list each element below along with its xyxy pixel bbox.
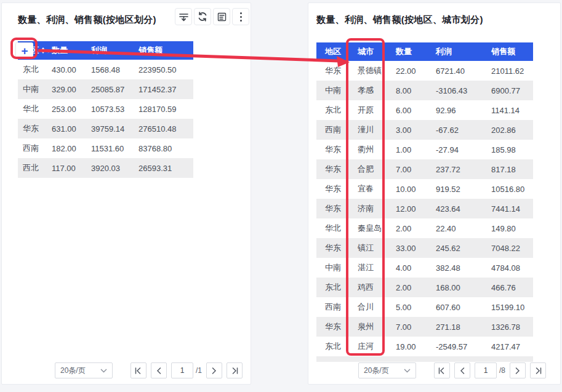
detail-view-button[interactable] — [213, 8, 230, 25]
table-row: 华东631.0039759.14276510.48 — [18, 119, 193, 138]
table-row: 华东济南12.00423.647441.14 — [316, 199, 533, 218]
add-column-button[interactable]: + — [16, 42, 33, 58]
sort-icon[interactable] — [41, 47, 45, 54]
table-row: 华东合肥7.00237.72817.18 — [316, 159, 533, 179]
table-row: 华北253.0010573.53128170.59 — [18, 99, 193, 119]
table-cell: 3.00 — [387, 120, 427, 140]
table-cell: 33.00 — [387, 238, 427, 258]
table-cell: 西南 — [316, 120, 349, 140]
table-cell: 39759.14 — [90, 119, 137, 138]
table-cell: 6.00 — [387, 100, 427, 120]
last-page-button[interactable] — [227, 362, 243, 378]
table-row: 东北鸡西2.00168.00466.76 — [316, 278, 533, 297]
table-cell: 潼川 — [349, 120, 387, 140]
table-cell: 22.00 — [387, 61, 427, 81]
table-cell: 6900.77 — [483, 81, 533, 100]
table-cell: 26593.31 — [137, 158, 193, 178]
region-table-body: 东北430.001568.48223950.50中南329.0025085.87… — [18, 60, 193, 178]
table-cell: 245.62 — [427, 238, 483, 258]
right-pagination: 20条/页 /8 — [358, 362, 546, 378]
table-cell: 泉州 — [349, 317, 387, 337]
table-row: 华东镇江33.00245.627048.22 — [316, 238, 533, 258]
table-cell: 合肥 — [349, 159, 387, 179]
table-row: 华东宜春10.00919.5210516.80 — [316, 179, 533, 199]
table-cell: 6721.40 — [427, 61, 483, 81]
table-cell: 10573.53 — [90, 99, 137, 119]
next-page-button[interactable] — [206, 362, 222, 378]
table-cell: 7441.14 — [483, 199, 533, 218]
table-cell: 276510.48 — [137, 119, 193, 138]
table-cell: 4784.08 — [483, 258, 533, 278]
refresh-icon — [198, 12, 207, 22]
table-cell: -2549.57 — [427, 337, 483, 356]
table-cell: 7048.22 — [483, 238, 533, 258]
col-header-sales[interactable]: 销售额 — [137, 41, 193, 60]
table-cell: 237.72 — [427, 159, 483, 179]
page-number-input[interactable] — [171, 362, 193, 378]
table-cell: -27.94 — [427, 140, 483, 159]
col-header-profit[interactable]: 利润 — [427, 42, 483, 61]
table-cell: 鸡西 — [349, 278, 387, 297]
col-header-quantity[interactable]: 数量 — [387, 42, 427, 61]
last-page-button[interactable] — [530, 362, 546, 378]
collapse-icon — [179, 12, 189, 22]
col-header-region[interactable]: 地区 — [316, 42, 349, 61]
page-total-label: /1 — [196, 366, 202, 375]
refresh-button[interactable] — [194, 8, 211, 25]
collapse-rows-button[interactable] — [175, 8, 192, 25]
first-page-button[interactable] — [130, 362, 147, 378]
table-cell: 12.00 — [387, 199, 427, 218]
page-size-value: 20条/页 — [60, 366, 86, 376]
col-header-sales[interactable]: 销售额 — [483, 42, 533, 61]
table-cell: 镇江 — [349, 238, 387, 258]
table-cell: 华东 — [316, 61, 349, 81]
table-row: 西北117.003920.0326593.31 — [18, 158, 193, 178]
table-cell: 117.00 — [50, 158, 90, 178]
page-number-input[interactable] — [475, 362, 497, 378]
table-cell: 西南 — [316, 297, 349, 317]
table-cell: -3106.43 — [427, 81, 483, 100]
next-page-button[interactable] — [510, 362, 526, 378]
table-row: 中南湛江4.00382.484784.08 — [316, 258, 533, 278]
more-options-button[interactable] — [232, 8, 249, 25]
table-cell: 168.00 — [427, 278, 483, 297]
prev-page-button[interactable] — [454, 362, 470, 378]
table-cell: 10516.80 — [483, 179, 533, 199]
left-widget-toolbar — [175, 8, 249, 25]
table-cell: 1326.78 — [483, 317, 533, 337]
table-cell: 149.80 — [483, 218, 533, 238]
table-cell: 景德镇 — [349, 61, 387, 81]
table-cell: 华北 — [18, 99, 50, 119]
table-cell: 253.00 — [50, 99, 90, 119]
table-row: 东北庄河19.00-2549.574217.47 — [316, 337, 533, 356]
kebab-icon — [240, 12, 242, 22]
col-header-quantity[interactable]: 数量 — [50, 41, 90, 60]
table-cell: 22.40 — [427, 218, 483, 238]
table-row: 西南潼川3.00-67.62202.86 — [316, 120, 533, 140]
table-row: 华北秦皇岛2.0022.40149.80 — [316, 218, 533, 238]
table-cell: 7.00 — [387, 317, 427, 337]
page-size-select[interactable]: 20条/页 — [55, 362, 113, 378]
pin-icon[interactable] — [47, 46, 50, 55]
first-page-button[interactable] — [434, 362, 450, 378]
table-cell: 东北 — [316, 278, 349, 297]
right-widget-title: 数量、利润、销售额(按地区、城市划分) — [316, 14, 483, 26]
table-cell: 11531.60 — [90, 138, 137, 158]
table-cell: -67.62 — [427, 120, 483, 140]
table-cell: 华东 — [316, 159, 349, 179]
table-cell: 2.00 — [387, 218, 427, 238]
table-cell: 10.00 — [387, 179, 427, 199]
table-cell: 中南 — [18, 79, 50, 99]
region-city-table-body: 华东景德镇22.006721.4021011.62中南孝感8.00-3106.4… — [316, 61, 533, 356]
col-header-city[interactable]: 城市 — [349, 42, 387, 61]
col-header-profit[interactable]: 利润 — [90, 41, 137, 60]
table-cell: 中南 — [316, 81, 349, 100]
table-cell: 423.64 — [427, 199, 483, 218]
table-header-row: 地区 数量 利润 销售额 — [18, 41, 193, 60]
right-widget-card: 数量、利润、销售额(按地区、城市划分) 地区 城市 数量 利润 销售额 华东景德… — [308, 2, 561, 385]
page-size-select[interactable]: 20条/页 — [358, 362, 416, 378]
table-cell: 华东 — [316, 317, 349, 337]
table-cell: 1.00 — [387, 140, 427, 159]
table-cell: 185.98 — [483, 140, 533, 159]
prev-page-button[interactable] — [151, 362, 167, 378]
